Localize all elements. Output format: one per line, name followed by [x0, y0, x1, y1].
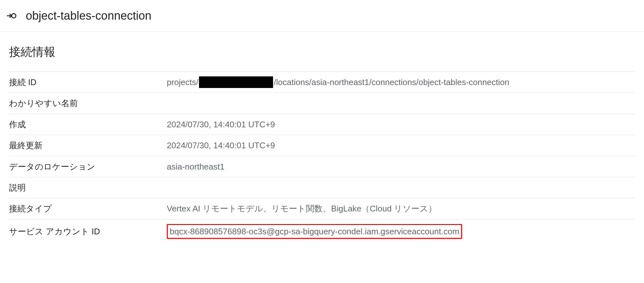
label-data-location: データのロケーション	[9, 156, 167, 177]
row-last-updated: 最終更新 2024/07/30, 14:40:01 UTC+9	[9, 135, 635, 156]
row-data-location: データのロケーション asia-northeast1	[9, 156, 635, 177]
value-friendly-name	[167, 93, 635, 114]
label-service-account-id: サービス アカウント ID	[9, 219, 167, 243]
value-data-location: asia-northeast1	[167, 156, 635, 177]
page-title: object-tables-connection	[26, 9, 151, 23]
value-last-updated: 2024/07/30, 14:40:01 UTC+9	[167, 135, 635, 156]
section-title: 接続情報	[9, 44, 635, 60]
label-last-updated: 最終更新	[9, 135, 167, 156]
content-area: 接続情報 接続 ID projects/ /locations/asia-nor…	[0, 32, 644, 250]
value-created: 2024/07/30, 14:40:01 UTC+9	[167, 114, 635, 135]
label-id-suffix: ID	[91, 227, 100, 236]
label-description: 説明	[9, 177, 167, 198]
label-text: 接続	[9, 77, 28, 87]
page-header: object-tables-connection	[0, 0, 644, 32]
svg-point-0	[12, 14, 16, 18]
label-text: サービス アカウント	[9, 227, 91, 236]
row-created: 作成 2024/07/30, 14:40:01 UTC+9	[9, 114, 635, 135]
connection-info-table: 接続 ID projects/ /locations/asia-northeas…	[9, 72, 635, 243]
row-description: 説明	[9, 177, 635, 198]
value-description	[167, 177, 635, 198]
row-friendly-name: わかりやすい名前	[9, 93, 635, 114]
value-connection-id: projects/ /locations/asia-northeast1/con…	[167, 72, 635, 93]
label-id-suffix: ID	[28, 77, 36, 87]
redacted-project-id	[199, 76, 273, 88]
row-connection-type: 接続タイプ Vertex AI リモートモデル、リモート関数、BigLake（C…	[9, 198, 635, 219]
label-friendly-name: わかりやすい名前	[9, 93, 167, 114]
label-created: 作成	[9, 114, 167, 135]
connection-icon	[6, 11, 17, 21]
row-connection-id: 接続 ID projects/ /locations/asia-northeas…	[9, 72, 635, 93]
connection-id-prefix: projects/	[167, 76, 198, 88]
service-account-highlight: bqcx-868908576898-oc3s@gcp-sa-bigquery-c…	[167, 224, 462, 239]
label-connection-type: 接続タイプ	[9, 198, 167, 219]
label-connection-id: 接続 ID	[9, 72, 167, 93]
connection-id-suffix: /locations/asia-northeast1/connections/o…	[274, 76, 509, 88]
value-service-account-id: bqcx-868908576898-oc3s@gcp-sa-bigquery-c…	[167, 219, 635, 243]
value-connection-type: Vertex AI リモートモデル、リモート関数、BigLake（Cloud リ…	[167, 198, 635, 219]
row-service-account-id: サービス アカウント ID bqcx-868908576898-oc3s@gcp…	[9, 219, 635, 243]
